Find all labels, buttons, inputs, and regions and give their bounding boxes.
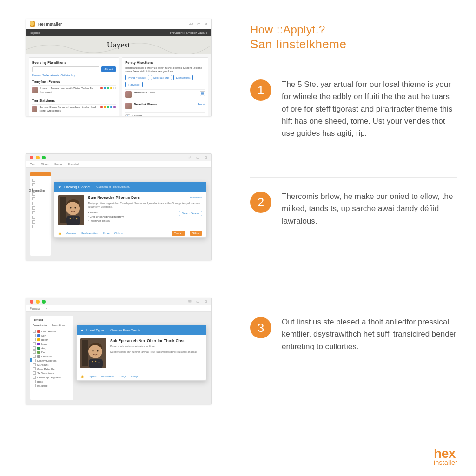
primary-button[interactable]: Tink k. [172, 231, 185, 236]
card-title: Eversiny Ftandittens [32, 60, 66, 65]
bullet: Ertsr ur igshetbres tilfuseriny [88, 215, 124, 219]
svg-rect-14 [89, 359, 103, 368]
modal-footer: 👍 Vemawe Ues Namelien Eboer Cklaps Tink … [54, 229, 206, 237]
traffic-light-min-icon [36, 156, 40, 159]
tab[interactable]: Cun [30, 163, 35, 166]
t1-window-controls: A↕ ▭ ⧉ [189, 22, 207, 26]
screenshot-3: ✉▭⧉ Femssd · Femssd Tensert srive Ressuk… [26, 298, 212, 404]
side-tab[interactable]: Ressuktons [52, 324, 65, 327]
ft-link[interactable]: Toplert [88, 375, 96, 378]
list-item: Nenethek Phensa Reedot [125, 101, 205, 111]
tab[interactable]: Direcr [41, 163, 49, 166]
traffic-light-max-icon [42, 156, 46, 159]
side-item[interactable]: Derl [33, 350, 71, 354]
thumbs-up-icon[interactable]: 👍 [58, 232, 61, 235]
modal-main: Sam Nionader Plfontic Dars ⊞ Pramiocop T… [88, 195, 202, 225]
thumbs-up-icon[interactable]: 👍 [80, 375, 84, 378]
tab[interactable]: Femssd [30, 307, 40, 310]
side-item[interactable]: Belte [33, 380, 71, 383]
tab[interactable]: Frecsiot [68, 163, 79, 166]
t1-left-card: Eversiny Ftandittens Abbout Farvent Sude… [29, 57, 119, 116]
side-item[interactable]: Gumi Paley Fen [33, 367, 71, 370]
side-item[interactable]: Belsth [33, 338, 71, 341]
t1-hero: Uayest [26, 36, 211, 54]
t1-right-card: Penity Viradttens Hencesand Fitser a ere… [122, 57, 208, 116]
side-item[interactable]: Censornipp Pippress [33, 376, 71, 379]
side-item[interactable]: Sely [33, 334, 71, 337]
side-tab[interactable]: Tensert srive [33, 324, 47, 327]
titlebar-icons: ⇄▭⧉ [188, 155, 207, 160]
ft-link[interactable]: Vemawe [66, 232, 76, 235]
step-2: 2 Thercomis brlow, he make our onied to … [250, 177, 457, 303]
traffic-light-min-icon [36, 300, 40, 304]
search-input[interactable] [32, 66, 99, 72]
meta-link[interactable]: ⊞ Pramiocop [187, 196, 202, 199]
brand-sub: installer [434, 459, 457, 466]
nav-item: Prevailent Familison Catalle [170, 31, 207, 34]
tab-bar: Femssd · [26, 305, 211, 312]
outline-button[interactable]: Sleanzt Tetares [179, 211, 202, 216]
t2-modal: ★ Lacking Dionne CNeamia st Feark Eteasm… [54, 182, 206, 238]
ft-link[interactable]: Peertrftenn [101, 375, 114, 378]
side-item[interactable]: Inger [33, 342, 71, 345]
t1-body: Eversiny Ftandittens Abbout Farvent Sude… [26, 54, 211, 116]
side-item[interactable]: Manspoht [33, 363, 71, 366]
side-item[interactable]: Aury [33, 346, 71, 350]
list-item: Hasinthar Ebnit ▦ [125, 89, 205, 99]
side-item[interactable]: Chep Rranss [33, 330, 71, 333]
side-item[interactable]: Exansy Sppetors [33, 359, 71, 362]
avatar [125, 91, 132, 98]
svg-point-16 [95, 361, 97, 362]
color-dots [100, 106, 116, 108]
item-text: Fileebgy [132, 114, 143, 117]
t1-app-title: He! Installer [38, 22, 62, 26]
active-indicator [30, 358, 32, 362]
svg-point-15 [92, 361, 93, 363]
pill-button[interactable]: Sikke at Furts [151, 75, 172, 80]
brand-name: hex [434, 447, 457, 460]
link[interactable]: Reedot [198, 103, 205, 106]
hero-title: Uayest [107, 40, 130, 50]
ft-link[interactable]: Cklaps [114, 232, 123, 235]
star-icon: ★ [58, 185, 61, 189]
traffic-light-max-icon [42, 300, 46, 304]
heading-line1: How ::Applyt.? [250, 23, 457, 36]
item-text: Hasinthar Ebnit [134, 91, 154, 95]
svg-rect-5 [66, 216, 80, 225]
t2-body: 2 leamtim ★ Lacking Dionne CNeamia st Fe… [26, 168, 211, 260]
side-item[interactable]: Isrultame [33, 384, 71, 387]
pill-button[interactable]: Prengl Yeessunt [125, 75, 149, 80]
bullet: Fuuten [88, 211, 124, 215]
pill-button[interactable]: Ereaset flast [173, 75, 193, 80]
t1-navbar: Reprice Prevailent Familison Catalle [26, 29, 211, 36]
left-thumbnails-column: He! Installer A↕ ▭ ⧉ Reprice Prevailent … [0, 0, 231, 476]
link-row[interactable]: Farvent Sudebatreolics Wilistanbry [32, 74, 116, 77]
mac-titlebar: ⇄▭⧉ [26, 154, 211, 161]
page-heading: How ::Applyt.? San Iinstelkheme [250, 23, 457, 52]
ft-link[interactable]: Ekayv [119, 375, 126, 378]
pill-button[interactable]: Fut Slistile [125, 82, 142, 87]
tab[interactable]: · [46, 307, 47, 310]
app-logo-icon [30, 21, 35, 27]
ft-link[interactable]: Eboer [103, 232, 110, 235]
profile-desc: Thaiya priditen Jsigersinbes Tisenhyn ei… [88, 202, 202, 209]
ft-link[interactable]: Cillrgr [131, 375, 138, 378]
ft-link[interactable]: Ues Namelien [81, 232, 98, 235]
primary-button[interactable]: Silline [190, 231, 202, 236]
star-icon: ★ [80, 328, 84, 332]
primary-button[interactable]: Abbout [101, 66, 116, 72]
steps-list: 1 The 5 Stet yar artual forr our losal t… [250, 66, 457, 366]
profile-name: Sali Eperanleh Nex Offer for Thirik Ohse [110, 338, 202, 343]
tab[interactable]: Fexer [54, 163, 62, 166]
card-desc: Hencesand Fitser a ereeyr og esimn frush… [125, 66, 205, 73]
side-item[interactable]: Se Seventsons [33, 371, 71, 375]
modal-title: Lorol Type [86, 328, 104, 332]
tab-bar: Cun Direcr Fexer Frecsiot [26, 161, 211, 168]
item-text: Nenethek Phensa [134, 103, 157, 106]
avatar-svg [58, 195, 84, 225]
action-icon[interactable]: ▦ [200, 91, 205, 96]
icon: ⧉ [205, 22, 207, 26]
side-item[interactable]: Etreffluce [33, 355, 71, 358]
profile-photo [58, 195, 84, 225]
step-number-badge: 1 [250, 79, 271, 101]
